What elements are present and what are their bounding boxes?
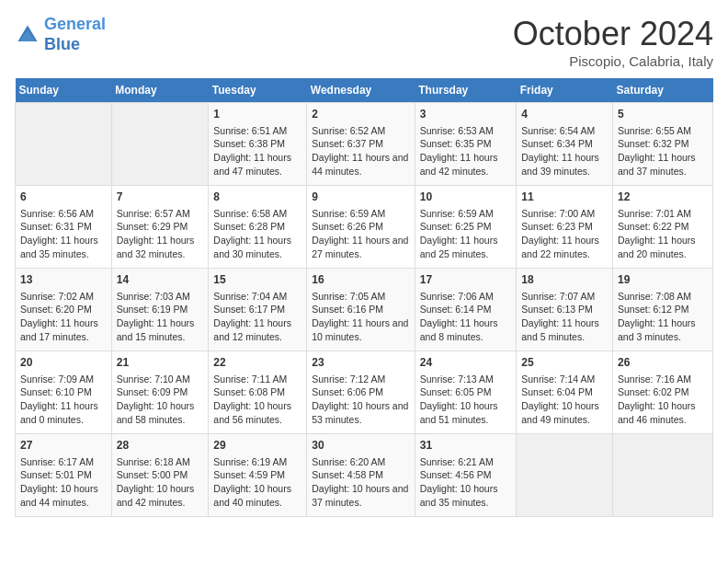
calendar-cell: 3Sunrise: 6:53 AMSunset: 6:35 PMDaylight… (415, 103, 516, 186)
day-number: 4 (521, 107, 608, 122)
day-number: 2 (312, 107, 410, 122)
day-content: Sunrise: 6:56 AMSunset: 6:31 PMDaylight:… (20, 207, 107, 261)
day-number: 13 (20, 272, 107, 288)
day-content: Sunrise: 6:18 AMSunset: 5:00 PMDaylight:… (117, 455, 204, 510)
day-number: 21 (117, 355, 204, 371)
day-content: Sunrise: 6:21 AMSunset: 4:56 PMDaylight:… (420, 455, 511, 510)
calendar-cell: 12Sunrise: 7:01 AMSunset: 6:22 PMDayligh… (612, 186, 712, 269)
calendar-cell: 28Sunrise: 6:18 AMSunset: 5:00 PMDayligh… (111, 434, 209, 517)
calendar-week-row: 20Sunrise: 7:09 AMSunset: 6:10 PMDayligh… (16, 351, 713, 434)
day-content: Sunrise: 7:07 AMSunset: 6:13 PMDaylight:… (521, 290, 608, 344)
weekday-header: Tuesday (209, 78, 307, 103)
day-content: Sunrise: 6:20 AMSunset: 4:58 PMDaylight:… (312, 455, 410, 510)
calendar-cell: 15Sunrise: 7:04 AMSunset: 6:17 PMDayligh… (209, 269, 307, 351)
day-content: Sunrise: 6:19 AMSunset: 4:59 PMDaylight:… (213, 455, 301, 510)
day-number: 5 (618, 107, 708, 122)
day-number: 6 (20, 190, 107, 205)
day-number: 20 (20, 355, 107, 371)
day-number: 14 (117, 272, 204, 288)
day-number: 9 (312, 190, 410, 205)
weekday-header: Saturday (612, 78, 712, 103)
calendar-cell: 27Sunrise: 6:17 AMSunset: 5:01 PMDayligh… (16, 434, 112, 517)
calendar-cell: 1Sunrise: 6:51 AMSunset: 6:38 PMDaylight… (209, 103, 307, 186)
weekday-header: Thursday (415, 78, 516, 103)
calendar-cell (517, 434, 613, 517)
day-number: 11 (521, 190, 608, 205)
location: Piscopio, Calabria, Italy (513, 53, 713, 69)
calendar-cell: 10Sunrise: 6:59 AMSunset: 6:25 PMDayligh… (415, 186, 516, 269)
day-content: Sunrise: 7:16 AMSunset: 6:02 PMDaylight:… (618, 373, 708, 427)
day-content: Sunrise: 7:10 AMSunset: 6:09 PMDaylight:… (117, 373, 204, 427)
day-number: 15 (213, 272, 301, 288)
calendar-week-row: 6Sunrise: 6:56 AMSunset: 6:31 PMDaylight… (16, 186, 713, 269)
calendar-cell: 22Sunrise: 7:11 AMSunset: 6:08 PMDayligh… (209, 351, 307, 434)
calendar-cell: 14Sunrise: 7:03 AMSunset: 6:19 PMDayligh… (111, 269, 209, 351)
day-number: 1 (213, 107, 301, 122)
day-content: Sunrise: 7:11 AMSunset: 6:08 PMDaylight:… (213, 373, 301, 427)
day-number: 30 (312, 438, 410, 454)
weekday-header: Wednesday (307, 78, 415, 103)
day-content: Sunrise: 7:02 AMSunset: 6:20 PMDaylight:… (20, 290, 107, 344)
calendar-cell: 5Sunrise: 6:55 AMSunset: 6:32 PMDaylight… (612, 103, 712, 186)
weekday-header: Monday (111, 78, 209, 103)
day-number: 17 (420, 272, 511, 288)
calendar-cell: 30Sunrise: 6:20 AMSunset: 4:58 PMDayligh… (307, 434, 415, 517)
day-content: Sunrise: 7:09 AMSunset: 6:10 PMDaylight:… (20, 373, 107, 427)
day-content: Sunrise: 7:01 AMSunset: 6:22 PMDaylight:… (618, 207, 708, 261)
calendar-cell: 16Sunrise: 7:05 AMSunset: 6:16 PMDayligh… (307, 269, 415, 351)
logo: General Blue (15, 15, 106, 54)
calendar-cell: 17Sunrise: 7:06 AMSunset: 6:14 PMDayligh… (415, 269, 516, 351)
day-number: 31 (420, 438, 511, 454)
calendar-cell: 24Sunrise: 7:13 AMSunset: 6:05 PMDayligh… (415, 351, 516, 434)
weekday-header-row: SundayMondayTuesdayWednesdayThursdayFrid… (16, 78, 713, 103)
calendar-cell (111, 103, 209, 186)
calendar-table: SundayMondayTuesdayWednesdayThursdayFrid… (15, 78, 713, 517)
weekday-header: Friday (517, 78, 613, 103)
calendar-cell: 13Sunrise: 7:02 AMSunset: 6:20 PMDayligh… (16, 269, 112, 351)
day-number: 24 (420, 355, 511, 371)
day-content: Sunrise: 7:06 AMSunset: 6:14 PMDaylight:… (420, 290, 511, 344)
calendar-cell (16, 103, 112, 186)
calendar-cell: 7Sunrise: 6:57 AMSunset: 6:29 PMDaylight… (111, 186, 209, 269)
day-content: Sunrise: 6:52 AMSunset: 6:37 PMDaylight:… (312, 124, 410, 178)
day-content: Sunrise: 6:59 AMSunset: 6:26 PMDaylight:… (312, 207, 410, 261)
day-content: Sunrise: 7:03 AMSunset: 6:19 PMDaylight:… (117, 290, 204, 344)
calendar-week-row: 1Sunrise: 6:51 AMSunset: 6:38 PMDaylight… (16, 103, 713, 186)
day-content: Sunrise: 6:51 AMSunset: 6:38 PMDaylight:… (213, 124, 301, 178)
day-number: 28 (117, 438, 204, 454)
logo-icon (15, 22, 40, 48)
calendar-cell: 31Sunrise: 6:21 AMSunset: 4:56 PMDayligh… (415, 434, 516, 517)
day-number: 12 (618, 190, 708, 205)
calendar-cell: 21Sunrise: 7:10 AMSunset: 6:09 PMDayligh… (111, 351, 209, 434)
day-content: Sunrise: 6:53 AMSunset: 6:35 PMDaylight:… (420, 124, 511, 178)
day-number: 10 (420, 190, 511, 205)
calendar-cell: 29Sunrise: 6:19 AMSunset: 4:59 PMDayligh… (209, 434, 307, 517)
day-content: Sunrise: 7:08 AMSunset: 6:12 PMDaylight:… (618, 290, 708, 344)
calendar-cell: 9Sunrise: 6:59 AMSunset: 6:26 PMDaylight… (307, 186, 415, 269)
weekday-header: Sunday (16, 78, 112, 103)
calendar-week-row: 27Sunrise: 6:17 AMSunset: 5:01 PMDayligh… (16, 434, 713, 517)
day-number: 29 (213, 438, 301, 454)
day-content: Sunrise: 7:04 AMSunset: 6:17 PMDaylight:… (213, 290, 301, 344)
day-content: Sunrise: 7:00 AMSunset: 6:23 PMDaylight:… (521, 207, 608, 261)
calendar-cell: 19Sunrise: 7:08 AMSunset: 6:12 PMDayligh… (612, 269, 712, 351)
day-number: 7 (117, 190, 204, 205)
calendar-cell: 20Sunrise: 7:09 AMSunset: 6:10 PMDayligh… (16, 351, 112, 434)
day-content: Sunrise: 7:05 AMSunset: 6:16 PMDaylight:… (312, 290, 410, 344)
calendar-cell: 11Sunrise: 7:00 AMSunset: 6:23 PMDayligh… (517, 186, 613, 269)
day-content: Sunrise: 7:12 AMSunset: 6:06 PMDaylight:… (312, 373, 410, 427)
day-number: 18 (521, 272, 608, 288)
day-number: 27 (20, 438, 107, 454)
title-block: October 2024 Piscopio, Calabria, Italy (513, 15, 713, 69)
day-content: Sunrise: 6:17 AMSunset: 5:01 PMDaylight:… (20, 455, 107, 510)
day-content: Sunrise: 6:58 AMSunset: 6:28 PMDaylight:… (213, 207, 301, 261)
calendar-cell: 26Sunrise: 7:16 AMSunset: 6:02 PMDayligh… (612, 351, 712, 434)
month-title: October 2024 (513, 15, 713, 53)
day-number: 16 (312, 272, 410, 288)
page-header: General Blue October 2024 Piscopio, Cala… (15, 15, 713, 69)
day-content: Sunrise: 6:54 AMSunset: 6:34 PMDaylight:… (521, 124, 608, 178)
day-content: Sunrise: 6:59 AMSunset: 6:25 PMDaylight:… (420, 207, 511, 261)
calendar-cell: 18Sunrise: 7:07 AMSunset: 6:13 PMDayligh… (517, 269, 613, 351)
calendar-week-row: 13Sunrise: 7:02 AMSunset: 6:20 PMDayligh… (16, 269, 713, 351)
day-number: 19 (618, 272, 708, 288)
